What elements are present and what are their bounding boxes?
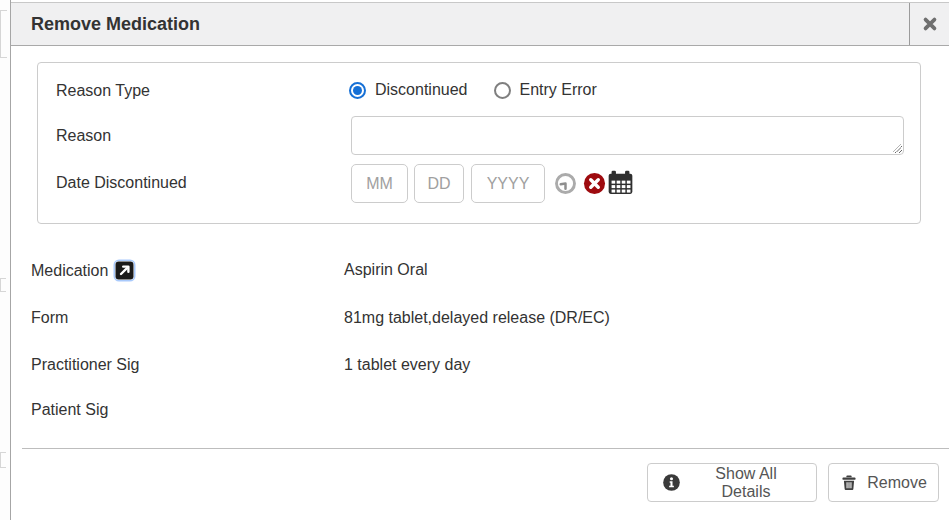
trash-icon	[840, 473, 858, 492]
radio-discontinued[interactable]	[349, 82, 366, 99]
remove-label: Remove	[867, 474, 927, 492]
reason-type-radio-group: Discontinued Entry Error	[349, 81, 597, 99]
year-input[interactable]	[471, 164, 545, 203]
close-icon	[922, 16, 938, 32]
background-artifact	[0, 278, 6, 292]
day-input[interactable]	[414, 164, 464, 203]
practitioner-sig-value: 1 tablet every day	[344, 356, 470, 374]
month-input[interactable]	[351, 164, 408, 203]
calendar-icon[interactable]	[607, 170, 634, 195]
medication-label: Medication	[31, 261, 134, 280]
remove-medication-dialog: Remove Medication Reason Type Discontinu…	[10, 0, 949, 520]
close-button[interactable]	[909, 3, 949, 45]
clock-icon[interactable]	[554, 172, 577, 195]
show-all-details-label: Show All Details	[690, 465, 802, 501]
background-artifact	[0, 452, 6, 468]
external-link-icon[interactable]	[115, 261, 134, 280]
page-title: Remove Medication	[31, 14, 200, 35]
date-discontinued-label: Date Discontinued	[56, 174, 187, 192]
reason-input[interactable]	[351, 116, 904, 155]
info-icon	[662, 473, 681, 492]
patient-sig-label: Patient Sig	[31, 401, 108, 419]
clear-icon[interactable]	[583, 172, 606, 195]
radio-discontinued-label: Discontinued	[375, 81, 468, 99]
medication-label-text: Medication	[31, 262, 108, 280]
reason-label: Reason	[56, 127, 111, 145]
radio-entry-error[interactable]	[494, 82, 511, 99]
dialog-header: Remove Medication	[11, 2, 949, 46]
form-value: 81mg tablet,delayed release (DR/EC)	[344, 309, 610, 327]
radio-option-entry-error[interactable]: Entry Error	[494, 81, 597, 99]
radio-option-discontinued[interactable]: Discontinued	[349, 81, 468, 99]
practitioner-sig-label: Practitioner Sig	[31, 356, 140, 374]
form-label: Form	[31, 309, 68, 327]
background-page	[0, 0, 10, 520]
background-artifact	[0, 10, 7, 58]
reason-type-label: Reason Type	[56, 82, 150, 100]
radio-entry-error-label: Entry Error	[520, 81, 597, 99]
footer-divider	[22, 448, 949, 449]
show-all-details-button[interactable]: Show All Details	[647, 463, 817, 502]
medication-value: Aspirin Oral	[344, 261, 428, 279]
remove-button[interactable]: Remove	[828, 463, 939, 502]
